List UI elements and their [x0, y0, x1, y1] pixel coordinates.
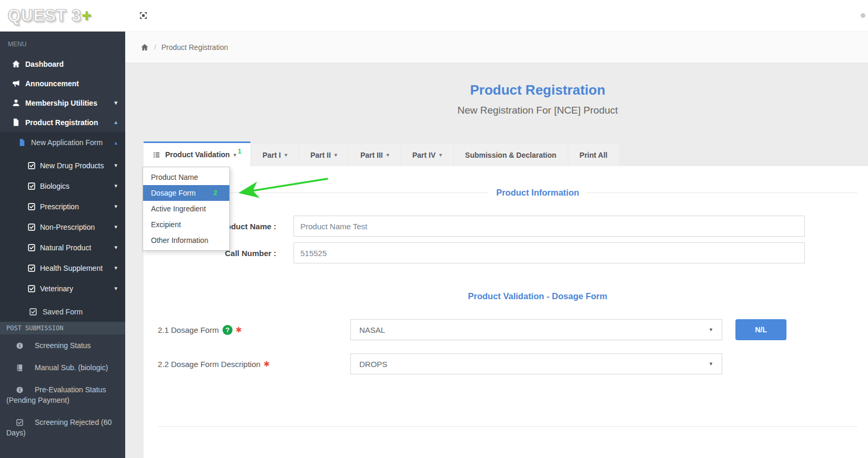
file-icon [12, 118, 21, 127]
check-square-icon [27, 264, 36, 272]
sidebar-item-product-registration[interactable]: Product Registration ▴ [0, 113, 125, 132]
chevron-down-icon: ▾ [114, 182, 117, 189]
sidebar-item-natural-product[interactable]: Natural Product ▾ [0, 237, 125, 258]
sidebar-item-membership-utilities[interactable]: Membership Utilities ▾ [0, 93, 125, 113]
menu-item-badge: 2 [213, 185, 221, 201]
status-dot-icon [861, 13, 865, 18]
chevron-down-icon: ▾ [234, 152, 236, 158]
expand-icon [139, 11, 148, 20]
home-icon[interactable] [140, 43, 149, 52]
menu-item-excipient[interactable]: Excipient [143, 217, 229, 232]
chevron-down-icon: ▾ [114, 162, 117, 169]
fullscreen-toggle-button[interactable] [137, 10, 149, 22]
chevron-down-icon: ▾ [114, 99, 117, 106]
sidebar-item-saved-form[interactable]: Saved Form [0, 302, 125, 322]
top-bar: QUEST 3 + [0, 0, 868, 32]
section-heading-product-information: Product Information [158, 186, 857, 199]
section-heading-dosage-form: Product Validation - Dosage Form [144, 291, 868, 301]
page-header: Product Registration New Registration Fo… [125, 63, 868, 143]
tab-badge: 1 [238, 148, 241, 155]
chevron-down-icon: ▾ [114, 223, 117, 230]
sidebar-item-pre-evaluation-status[interactable]: Pre-Evaluation Status (Pending Payment) [0, 379, 125, 411]
dosage-form-description-select[interactable]: DROPS ▼ [350, 353, 722, 374]
sidebar-item-manual-sub-biologic[interactable]: Manual Sub. (biologic) [0, 357, 125, 379]
menu-item-product-name[interactable]: Product Name [143, 169, 229, 185]
tab-submission-declaration[interactable]: Submission & Declaration [454, 144, 567, 166]
tab-part-ii[interactable]: Part II ▾ [299, 144, 348, 166]
chevron-down-icon: ▾ [285, 152, 287, 158]
check-square-icon [27, 284, 36, 293]
product-name-input[interactable] [294, 216, 805, 237]
call-number-input[interactable] [294, 242, 805, 263]
breadcrumb: / Product Registration [125, 32, 868, 63]
tab-part-iv[interactable]: Part IV ▾ [401, 144, 453, 166]
chevron-down-icon: ▾ [439, 152, 442, 158]
product-validation-dropdown: Product Name Dosage Form 2 Active Ingred… [143, 167, 230, 251]
check-square-icon [27, 182, 36, 190]
sidebar-item-new-application-form[interactable]: New Application Form ▴ [0, 132, 125, 153]
menu-item-active-ingredient[interactable]: Active Ingredient [143, 201, 229, 217]
product-name-row: Product Name : [158, 216, 854, 237]
product-registration-submenu: New Application Form ▴ New Drug Products… [0, 132, 125, 322]
chevron-down-icon: ▾ [114, 264, 117, 271]
check-square-icon [29, 308, 37, 316]
chevron-down-icon: ▾ [335, 152, 337, 158]
breadcrumb-page: Product Registration [162, 43, 228, 52]
check-square-icon [27, 161, 36, 170]
tab-part-iii[interactable]: Part III ▾ [349, 144, 400, 166]
dosage-form-description-label: 2.2 Dosage Form Description [158, 360, 260, 369]
logo-text: QUEST 3 [8, 6, 82, 25]
sidebar-item-announcement[interactable]: Announcement [0, 74, 125, 93]
home-icon [12, 59, 21, 68]
chevron-down-icon: ▾ [387, 152, 389, 158]
tab-part-i[interactable]: Part I ▾ [251, 144, 298, 166]
info-circle-icon [16, 386, 24, 394]
dosage-form-select[interactable]: NASAL ▼ [350, 319, 722, 340]
sidebar-item-screening-status[interactable]: Screening Status [0, 334, 125, 357]
sidebar-section-label-post-submission: POST SUBMISSION [0, 322, 125, 334]
sidebar: MENU Dashboard Announcement Membership U… [0, 32, 125, 458]
sidebar-item-prescription[interactable]: Prescription ▾ [0, 196, 125, 217]
help-icon[interactable]: ? [223, 325, 233, 335]
sidebar-item-non-prescription[interactable]: Non-Prescription ▾ [0, 217, 125, 237]
chevron-up-icon: ▴ [114, 139, 117, 146]
sidebar-section-label: MENU [0, 32, 125, 54]
chevron-down-icon: ▾ [114, 203, 117, 210]
tab-print-all[interactable]: Print All [569, 144, 619, 166]
call-number-row: Call Number : [158, 242, 854, 263]
nl-button[interactable]: N/L [735, 319, 786, 340]
form-tabs: Product Validation ▾ 1 Part I ▾ Part II … [125, 143, 868, 166]
dosage-form-description-row: 2.2 Dosage Form Description ✱ DROPS ▼ [158, 353, 854, 374]
breadcrumb-separator: / [154, 43, 156, 51]
list-icon [153, 151, 160, 159]
chevron-up-icon: ▴ [114, 119, 117, 126]
chevron-down-icon: ▾ [114, 244, 117, 251]
menu-item-dosage-form[interactable]: Dosage Form 2 [143, 185, 229, 201]
legend-line [587, 192, 857, 193]
sidebar-item-health-supplement[interactable]: Health Supplement ▾ [0, 258, 125, 278]
sidebar-item-new-drug-products[interactable]: New Drug Products ▾ [0, 155, 125, 176]
logo-plus: + [82, 6, 92, 25]
required-asterisk-icon: ✱ [236, 325, 242, 334]
info-circle-icon [16, 342, 24, 350]
check-square-icon [16, 419, 24, 426]
dosage-form-label: 2.1 Dosage Form [158, 325, 219, 334]
menu-item-other-information[interactable]: Other Information [143, 232, 229, 248]
bullhorn-icon [12, 79, 21, 88]
book-icon [16, 364, 24, 372]
user-icon [12, 98, 21, 107]
check-square-icon [27, 202, 36, 211]
sidebar-item-veterinary[interactable]: Veterinary ▾ [0, 278, 125, 299]
sidebar-item-dashboard[interactable]: Dashboard [0, 54, 125, 74]
section-divider [158, 426, 857, 427]
sidebar-item-biologics[interactable]: Biologics ▾ [0, 176, 125, 196]
check-square-icon [27, 223, 36, 231]
form-card: Product Information Product Name : Call … [144, 166, 868, 458]
tab-product-validation[interactable]: Product Validation ▾ 1 [144, 141, 250, 166]
sidebar-item-screening-rejected[interactable]: Screening Rejected (60 Days) [0, 411, 125, 444]
app-logo[interactable]: QUEST 3 + [0, 6, 125, 25]
page-subtitle: New Registration For [NCE] Product [207, 105, 868, 116]
main-content: / Product Registration Product Registrat… [125, 32, 868, 458]
chevron-down-icon: ▾ [114, 285, 117, 292]
file-text-icon [18, 138, 26, 147]
